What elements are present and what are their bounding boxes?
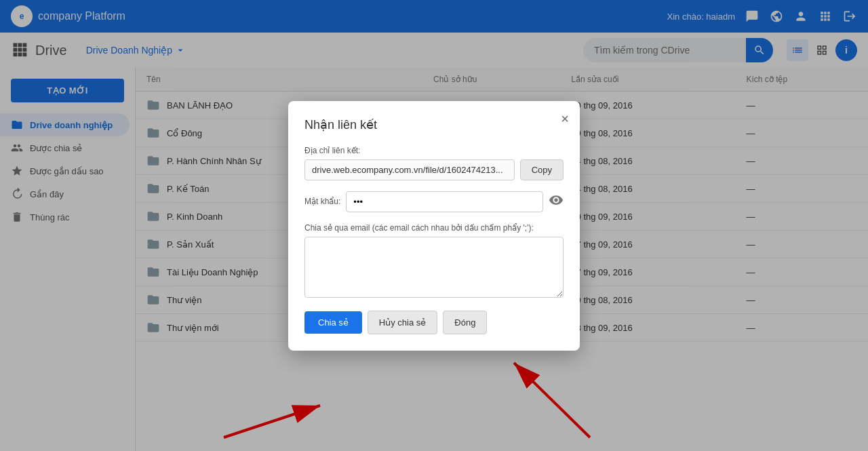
modal-close-x-button[interactable]: × [561, 112, 569, 125]
copy-button[interactable]: Copy [520, 159, 564, 180]
link-row: Copy [304, 159, 564, 180]
eye-icon [549, 193, 564, 208]
password-input[interactable] [346, 191, 543, 212]
password-label: Mật khẩu: [304, 197, 340, 206]
password-row: Mật khẩu: [304, 191, 564, 212]
link-label: Địa chỉ liên kết: [304, 146, 564, 155]
email-label: Chia sẻ qua email (các email cách nhau b… [304, 223, 564, 233]
link-input[interactable] [304, 159, 515, 180]
modal-title: Nhận liên kết [304, 117, 564, 132]
share-modal: Nhận liên kết × Địa chỉ liên kết: Copy M… [288, 101, 580, 351]
modal-overlay: Nhận liên kết × Địa chỉ liên kết: Copy M… [0, 0, 868, 451]
show-password-button[interactable] [549, 193, 564, 211]
close-button[interactable]: Đóng [443, 311, 487, 334]
email-textarea[interactable] [304, 237, 564, 298]
cancel-share-button[interactable]: Hủy chia sẻ [368, 311, 437, 334]
modal-footer: Chia sẻ Hủy chia sẻ Đóng [304, 311, 564, 334]
share-button[interactable]: Chia sẻ [304, 311, 362, 334]
